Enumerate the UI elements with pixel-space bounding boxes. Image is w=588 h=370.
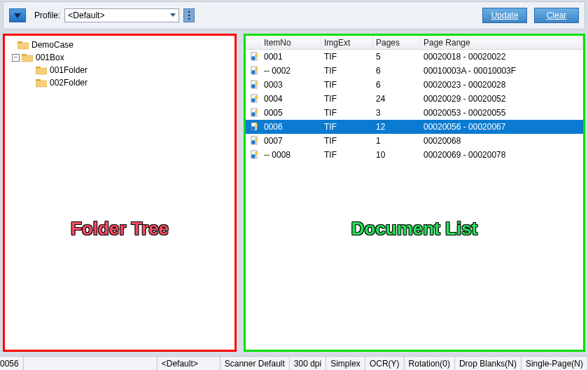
status-singlepage: Single-Page(N): [522, 357, 588, 370]
tree-root-label: DemoCase: [31, 40, 74, 50]
status-ocr: OCR(Y): [365, 357, 405, 370]
document-table[interactable]: ItemNo ImgExt Pages Page Range 0001TIF50…: [246, 36, 583, 162]
cell-range: 00010003A - 00010003F: [421, 66, 583, 76]
cell-range: 00020068: [421, 136, 583, 146]
tree-folder[interactable]: 001Folder: [8, 64, 232, 76]
document-icon: [246, 136, 261, 146]
folder-tree-pane: DemoCase − 001Box 001Folder: [3, 34, 237, 352]
tree-box[interactable]: − 001Box: [8, 51, 232, 64]
status-blanks: Drop Blanks(N): [455, 357, 522, 370]
table-row[interactable]: 0006TIF1200020056 - 00020067: [246, 120, 583, 134]
col-pages[interactable]: Pages: [373, 36, 421, 49]
document-icon: [246, 80, 261, 90]
svg-rect-12: [36, 81, 47, 87]
status-rotation: Rotation(0): [405, 357, 455, 370]
col-imgext[interactable]: ImgExt: [321, 36, 373, 49]
cell-pages: 24: [373, 94, 421, 104]
tree-folder-label: 001Folder: [50, 65, 88, 75]
cell-imgext: TIF: [321, 94, 373, 104]
document-icon: [246, 52, 261, 62]
status-dpi: 300 dpi: [290, 357, 326, 370]
svg-rect-8: [22, 55, 33, 62]
status-fragment: 0056: [0, 357, 24, 370]
cell-imgext: TIF: [321, 136, 373, 146]
profile-actions-button[interactable]: [183, 8, 195, 22]
menu-dropdown-button[interactable]: [9, 8, 26, 22]
tree-box-label: 001Box: [36, 53, 64, 62]
profile-combo[interactable]: <Default>: [64, 8, 179, 22]
cell-range: 00020018 - 00020022: [421, 52, 583, 62]
table-row[interactable]: 0004TIF2400020029 - 00020052: [246, 92, 583, 106]
document-icon: [246, 94, 261, 104]
cell-pages: 3: [373, 108, 421, 118]
main-area: DemoCase − 001Box 001Folder: [0, 34, 588, 356]
cell-itemno: 0005: [261, 108, 321, 118]
cell-imgext: TIF: [321, 80, 373, 90]
svg-point-2: [188, 11, 190, 13]
document-icon: [246, 66, 261, 76]
table-row[interactable]: 0003TIF600020023 - 00020028: [246, 78, 583, 92]
svg-point-21: [255, 82, 258, 85]
cell-imgext: TIF: [321, 150, 373, 160]
svg-point-35: [251, 154, 255, 158]
col-range[interactable]: Page Range: [421, 36, 583, 49]
table-header: ItemNo ImgExt Pages Page Range: [246, 36, 583, 50]
cell-imgext: TIF: [321, 66, 373, 76]
update-button[interactable]: Update: [482, 8, 527, 23]
svg-point-14: [251, 56, 255, 60]
tree-folder[interactable]: 002Folder: [8, 76, 232, 89]
svg-point-29: [251, 126, 255, 130]
profile-value: <Default>: [68, 11, 104, 20]
svg-point-27: [255, 110, 258, 113]
cell-itemno: -- 0008: [261, 150, 321, 160]
table-row[interactable]: 0007TIF100020068: [246, 134, 583, 148]
cell-range: 00020053 - 00020055: [421, 108, 583, 118]
table-row[interactable]: -- 0002TIF600010003A - 00010003F: [246, 64, 583, 78]
folder-icon: [36, 78, 47, 88]
tree-root[interactable]: DemoCase: [8, 39, 232, 51]
cell-range: 00020029 - 00020052: [421, 94, 583, 104]
clear-button[interactable]: Clear: [534, 8, 579, 23]
svg-rect-6: [18, 43, 29, 49]
cell-range: 00020056 - 00020067: [421, 122, 583, 132]
status-spacer: [24, 357, 158, 370]
cell-itemno: 0004: [261, 94, 321, 104]
table-row[interactable]: -- 0008TIF1000020069 - 00020078: [246, 148, 583, 162]
folder-tree[interactable]: DemoCase − 001Box 001Folder: [5, 36, 234, 92]
toolbar: Profile: <Default> Update Clear: [3, 1, 585, 29]
svg-marker-1: [170, 13, 176, 17]
col-itemno[interactable]: ItemNo: [261, 36, 321, 49]
table-row[interactable]: 0001TIF500020018 - 00020022: [246, 50, 583, 64]
svg-point-24: [255, 96, 258, 99]
status-bar: 0056 <Default> Scanner Default 300 dpi S…: [0, 356, 588, 370]
app-root: Profile: <Default> Update Clear DemoCa: [0, 0, 588, 370]
status-scanner: Scanner Default: [220, 357, 290, 370]
folder-icon: [22, 53, 33, 62]
table-row[interactable]: 0005TIF300020053 - 00020055: [246, 106, 583, 120]
cell-pages: 6: [373, 66, 421, 76]
svg-point-32: [251, 140, 255, 144]
svg-point-18: [255, 68, 258, 71]
cell-itemno: -- 0002: [261, 66, 321, 76]
status-duplex: Simplex: [326, 357, 365, 370]
folder-icon: [18, 40, 29, 50]
cell-range: 00020023 - 00020028: [421, 80, 583, 90]
vertical-dots-icon: [187, 11, 191, 20]
cell-itemno: 0006: [261, 122, 321, 132]
cell-pages: 6: [373, 80, 421, 90]
folder-icon: [36, 65, 47, 75]
profile-label: Profile:: [34, 11, 60, 20]
chevron-down-icon: [13, 12, 22, 19]
cell-pages: 10: [373, 150, 421, 160]
cell-imgext: TIF: [321, 122, 373, 132]
svg-point-23: [251, 98, 255, 102]
annotation-document-list: Document List: [246, 218, 583, 240]
svg-rect-10: [36, 68, 47, 74]
cell-itemno: 0003: [261, 80, 321, 90]
cell-itemno: 0007: [261, 136, 321, 146]
status-profile: <Default>: [158, 357, 220, 370]
chevron-down-icon: [169, 12, 176, 19]
svg-point-33: [255, 138, 258, 141]
collapse-toggle[interactable]: −: [12, 54, 20, 62]
svg-point-15: [255, 54, 258, 57]
